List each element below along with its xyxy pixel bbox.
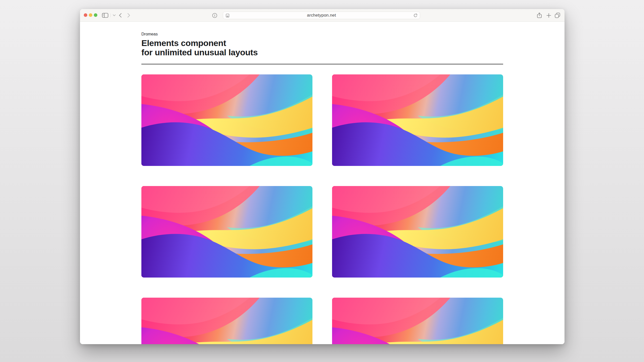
wave-artwork xyxy=(332,74,503,166)
divider-rule xyxy=(141,64,503,64)
page-title-line2: for unlimited unusual layouts xyxy=(141,48,258,57)
wave-artwork xyxy=(141,74,312,166)
image-grid xyxy=(141,74,503,344)
gradient-wave-artwork-6 xyxy=(332,298,503,344)
gradient-wave-artwork-3 xyxy=(141,186,312,278)
back-icon[interactable] xyxy=(117,9,123,22)
chevron-down-icon[interactable] xyxy=(112,9,116,22)
window-zoom-button[interactable] xyxy=(94,13,97,17)
page-title: Elements component for unlimited unusual… xyxy=(141,38,503,57)
gradient-wave-artwork-1 xyxy=(141,74,312,166)
page-settings-icon[interactable] xyxy=(226,14,229,19)
page-title-line1: Elements component xyxy=(141,38,226,48)
gradient-wave-artwork-4 xyxy=(332,186,503,278)
window-minimize-button[interactable] xyxy=(89,13,92,17)
address-bar[interactable]: archetypon.net xyxy=(223,12,420,19)
browser-window: archetypon.net xyxy=(80,9,565,344)
gradient-wave-artwork-2 xyxy=(332,74,503,166)
new-tab-icon[interactable] xyxy=(545,9,552,22)
browser-toolbar: archetypon.net xyxy=(80,9,565,22)
wave-artwork xyxy=(141,298,312,344)
reload-icon[interactable] xyxy=(413,13,418,18)
wave-artwork xyxy=(332,298,503,344)
wave-artwork xyxy=(141,186,312,278)
page-content: Dromeas Elements component for unlimited… xyxy=(80,22,565,344)
tab-overview-icon[interactable] xyxy=(554,9,561,22)
forward-icon[interactable] xyxy=(126,9,132,22)
sidebar-icon[interactable] xyxy=(101,9,109,22)
page-container: Dromeas Elements component for unlimited… xyxy=(141,22,503,344)
window-close-button[interactable] xyxy=(84,13,87,17)
eyebrow-label: Dromeas xyxy=(141,32,503,37)
toolbar-divider xyxy=(110,13,111,17)
share-icon[interactable] xyxy=(536,9,543,22)
info-icon[interactable] xyxy=(211,9,218,22)
gradient-wave-artwork-5 xyxy=(141,298,312,344)
wave-artwork xyxy=(332,186,503,278)
url-text: archetypon.net xyxy=(307,13,336,18)
